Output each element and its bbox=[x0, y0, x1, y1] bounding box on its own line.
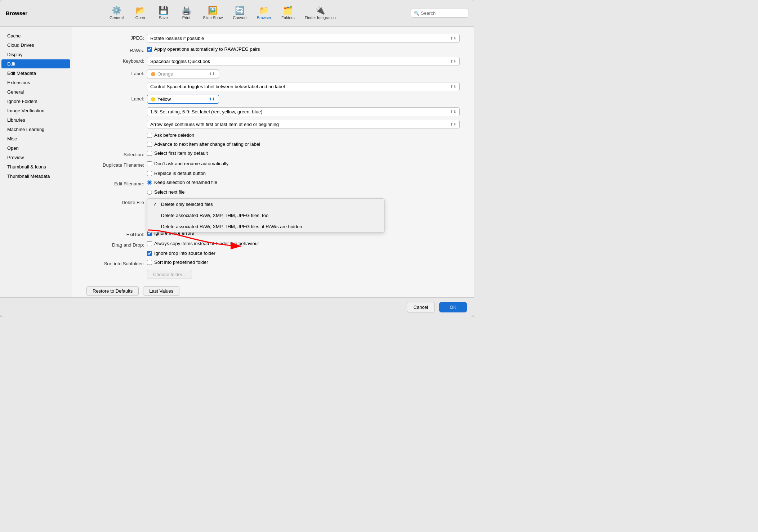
select-next-radio[interactable] bbox=[147, 190, 152, 195]
replace-row[interactable]: Replace is default button bbox=[147, 171, 206, 176]
sidebar-item-thumbnail-metadata[interactable]: Thumbnail Metadata bbox=[1, 172, 70, 181]
ask-deletion-checkbox-row[interactable]: Ask before deletion bbox=[147, 132, 194, 138]
sort-subfolder-label: Sort into Subfolder: bbox=[86, 260, 144, 266]
advance-next-checkbox-row[interactable]: Advance to next item after change of rat… bbox=[147, 141, 260, 147]
label2-text: Yellow bbox=[157, 96, 206, 102]
replace-checkbox[interactable] bbox=[147, 171, 152, 176]
search-input[interactable] bbox=[421, 10, 464, 16]
always-copy-row[interactable]: Always copy items instead of Finder like… bbox=[147, 241, 259, 246]
jpeg-control: Rotate lossless if possible ⬆⬇ bbox=[147, 34, 460, 43]
sidebar-item-machine-learning[interactable]: Machine Learning bbox=[1, 125, 70, 134]
sidebar-item-open[interactable]: Open bbox=[1, 144, 70, 153]
ignore-drop-row[interactable]: Ignore drop into source folder bbox=[147, 251, 215, 256]
raws-checkbox[interactable] bbox=[147, 47, 152, 52]
toolbar-save[interactable]: 💾 Save bbox=[152, 5, 174, 21]
dont-ask-checkbox[interactable] bbox=[147, 161, 152, 166]
rating-dropdown[interactable]: 1-5: Set rating, 6-9: Set label (red, ye… bbox=[147, 107, 460, 116]
arrow-keys-dropdown[interactable]: Arrow keys continues with first or last … bbox=[147, 120, 460, 129]
keyboard-control: Spacebar toggles QuickLook ⬆⬇ bbox=[147, 57, 460, 66]
search-box[interactable]: 🔍 bbox=[411, 9, 468, 18]
raws-control: Apply operations automatically to RAW/JP… bbox=[147, 46, 460, 52]
keep-selection-row[interactable]: Keep selection of renamed file bbox=[147, 180, 217, 185]
sidebar-item-image-verification[interactable]: Image Verification bbox=[1, 106, 70, 115]
sort-predefined-checkbox[interactable] bbox=[147, 260, 152, 265]
raws-checkbox-row[interactable]: Apply operations automatically to RAW/JP… bbox=[147, 46, 260, 52]
delete-associated-text: Delete associated RAW, XMP, THM, JPEG fi… bbox=[161, 213, 268, 218]
always-copy-checkbox[interactable] bbox=[147, 241, 152, 246]
sort-predefined-text: Sort into predefined folder bbox=[154, 260, 208, 265]
ignore-drop-checkbox[interactable] bbox=[147, 251, 152, 256]
drag-drop-label: Drag and Drop: bbox=[86, 241, 144, 248]
toolbar-convert[interactable]: 🔄 Convert bbox=[228, 5, 251, 21]
advance-next-row: Advance to next item after change of rat… bbox=[86, 141, 460, 147]
toolbar-browser[interactable]: 📁 Browser bbox=[253, 5, 276, 21]
delete-associated-item[interactable]: Delete associated RAW, XMP, THM, JPEG fi… bbox=[147, 210, 384, 221]
control-spacebar-arrow: ⬆⬇ bbox=[450, 84, 456, 89]
delete-if-raws-hidden-item[interactable]: Delete associated RAW, XMP, THM, JPEG fi… bbox=[147, 221, 384, 232]
no-checkmark-2 bbox=[153, 224, 159, 229]
toolbar-folders[interactable]: 🗂️ Folders bbox=[277, 5, 299, 21]
browser-icon: 📁 bbox=[259, 6, 269, 14]
sidebar-item-cloud-drives[interactable]: Cloud Drives bbox=[1, 41, 70, 50]
last-values-button[interactable]: Last Values bbox=[143, 286, 179, 296]
raws-row: RAWs: Apply operations automatically to … bbox=[86, 46, 460, 53]
delete-only-selected-text: Delete only selected files bbox=[161, 202, 213, 207]
sidebar-item-ignore-folders[interactable]: Ignore Folders bbox=[1, 97, 70, 106]
jpeg-dropdown[interactable]: Rotate lossless if possible ⬆⬇ bbox=[147, 34, 460, 43]
main-window: Browser ⚙️ General 📂 Open 💾 Save 🖨️ Prin… bbox=[0, 0, 474, 317]
select-next-row[interactable]: Select next file bbox=[147, 189, 185, 195]
sort-predefined-row[interactable]: Sort into predefined folder bbox=[147, 260, 208, 265]
yellow-dot bbox=[151, 97, 155, 102]
control-spacebar-dropdown[interactable]: Control Spacebar toggles label between b… bbox=[147, 82, 460, 91]
dont-ask-row[interactable]: Don't ask and rename automatically bbox=[147, 161, 228, 166]
sidebar-item-edit-metadata[interactable]: Edit Metadata bbox=[1, 69, 70, 78]
control-spacebar-row: Control Spacebar toggles label between b… bbox=[86, 82, 460, 91]
sidebar-item-extensions[interactable]: Extensions bbox=[1, 78, 70, 87]
select-first-checkbox-row[interactable]: Select first item by default bbox=[147, 150, 208, 156]
ask-deletion-label-empty bbox=[86, 132, 144, 134]
window-bottom-bar: Cancel OK bbox=[0, 297, 474, 317]
toolbar-open[interactable]: 📂 Open bbox=[129, 5, 151, 21]
duplicate-row: Duplicate Filename: Don't ask and rename… bbox=[86, 161, 460, 176]
control-spacebar-text: Control Spacebar toggles label between b… bbox=[150, 84, 450, 89]
sidebar-item-display[interactable]: Display bbox=[1, 50, 70, 59]
sidebar-item-misc[interactable]: Misc bbox=[1, 134, 70, 143]
label2-dropdown[interactable]: Yellow ⬆⬇ bbox=[147, 95, 219, 104]
ok-button[interactable]: OK bbox=[439, 302, 467, 312]
sidebar-item-edit[interactable]: Edit bbox=[1, 59, 70, 68]
label1-dropdown[interactable]: Orange ⬆⬇ bbox=[147, 69, 219, 78]
settings-panel: JPEG: Rotate lossless if possible ⬆⬇ RAW… bbox=[72, 27, 474, 297]
toolbar-general[interactable]: ⚙️ General bbox=[105, 5, 128, 21]
label2-control: Yellow ⬆⬇ bbox=[147, 95, 460, 104]
toolbar-print[interactable]: 🖨️ Print bbox=[175, 5, 197, 21]
jpeg-dropdown-arrow: ⬆⬇ bbox=[450, 36, 456, 41]
select-first-checkbox[interactable] bbox=[147, 151, 152, 156]
sidebar-item-preview[interactable]: Preview bbox=[1, 153, 70, 162]
print-icon: 🖨️ bbox=[182, 6, 191, 14]
advance-next-control: Advance to next item after change of rat… bbox=[147, 141, 460, 147]
ask-deletion-checkbox[interactable] bbox=[147, 133, 152, 138]
keyboard-dropdown[interactable]: Spacebar toggles QuickLook ⬆⬇ bbox=[147, 57, 460, 66]
keyboard-row: Keyboard: Spacebar toggles QuickLook ⬆⬇ bbox=[86, 57, 460, 66]
orange-dot bbox=[151, 72, 155, 76]
toolbar-slideshow[interactable]: 🖼️ Slide Show bbox=[199, 5, 227, 21]
sidebar-item-general[interactable]: General bbox=[1, 87, 70, 96]
cancel-button[interactable]: Cancel bbox=[407, 302, 435, 312]
keep-selection-radio[interactable] bbox=[147, 180, 152, 185]
rating-text: 1-5: Set rating, 6-9: Set label (red, ye… bbox=[150, 109, 450, 114]
keep-selection-text: Keep selection of renamed file bbox=[154, 180, 217, 185]
label1-row: Label: Orange ⬆⬇ bbox=[86, 69, 460, 78]
label1-control: Orange ⬆⬇ bbox=[147, 69, 460, 78]
advance-next-checkbox[interactable] bbox=[147, 142, 152, 147]
label2-arrow: ⬆⬇ bbox=[209, 97, 215, 102]
selection-control: Select first item by default bbox=[147, 150, 460, 156]
sidebar-item-libraries[interactable]: Libraries bbox=[1, 116, 70, 125]
rating-control: 1-5: Set rating, 6-9: Set label (red, ye… bbox=[147, 107, 460, 116]
sidebar-item-thumbnail-icons[interactable]: Thumbnail & Icons bbox=[1, 162, 70, 171]
toolbar-finder-integration[interactable]: 🔌 Finder Integration bbox=[300, 5, 340, 21]
sidebar-item-cache[interactable]: Cache bbox=[1, 31, 70, 40]
delete-only-selected-item[interactable]: ✓ Delete only selected files bbox=[147, 199, 384, 210]
no-checkmark-1 bbox=[153, 213, 159, 218]
restore-defaults-button[interactable]: Restore to Defaults bbox=[86, 286, 139, 296]
choose-folder-button[interactable]: Choose folder... bbox=[147, 270, 192, 279]
